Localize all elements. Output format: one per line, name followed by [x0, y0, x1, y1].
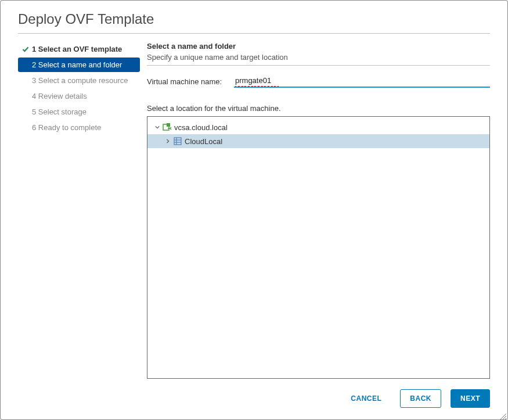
step-select-compute[interactable]: 3 Select a compute resource — [18, 73, 140, 88]
step-label: 6 Ready to complete — [31, 123, 101, 132]
svg-rect-1 — [167, 123, 170, 127]
modal-body: 1 Select an OVF template 2 Select a name… — [1, 34, 507, 379]
section-divider — [147, 65, 490, 66]
section-subheading: Specify a unique name and target locatio… — [147, 53, 490, 62]
step-label: 4 Review details — [31, 92, 87, 100]
vm-name-input[interactable] — [234, 75, 490, 88]
location-label: Select a location for the virtual machin… — [147, 104, 490, 113]
tree-node-label: vcsa.cloud.local — [174, 123, 228, 132]
step-review-details[interactable]: 4 Review details — [18, 89, 140, 103]
modal-header: Deploy OVF Template — [1, 1, 507, 33]
chevron-right-icon[interactable] — [164, 139, 172, 143]
vm-name-row: Virtual machine name: — [147, 75, 490, 88]
step-select-storage[interactable]: 5 Select storage — [18, 105, 140, 119]
cancel-button[interactable]: CANCEL — [341, 390, 391, 407]
wizard-steps: 1 Select an OVF template 2 Select a name… — [18, 42, 140, 379]
location-tree[interactable]: vcsa.cloud.local CloudLocal — [147, 116, 490, 379]
wizard-content: Select a name and folder Specify a uniqu… — [147, 42, 490, 379]
modal-title: Deploy OVF Template — [18, 11, 490, 27]
step-label: 3 Select a compute resource — [31, 76, 128, 85]
step-label: 5 Select storage — [31, 107, 87, 116]
step-ready-complete[interactable]: 6 Ready to complete — [18, 120, 140, 135]
section-heading: Select a name and folder — [147, 42, 490, 51]
datacenter-icon — [173, 137, 182, 146]
step-label: 1 Select an OVF template — [31, 45, 122, 53]
step-select-ovf[interactable]: 1 Select an OVF template — [18, 42, 140, 56]
checkmark-icon — [20, 46, 31, 53]
back-button[interactable]: BACK — [400, 389, 441, 408]
vm-name-input-wrap — [234, 75, 490, 88]
modal-footer: CANCEL BACK NEXT — [1, 379, 507, 419]
next-button[interactable]: NEXT — [451, 389, 490, 408]
deploy-ovf-modal: Deploy OVF Template 1 Select an OVF temp… — [0, 0, 508, 420]
vcenter-icon — [163, 123, 172, 132]
svg-rect-2 — [174, 138, 181, 145]
tree-node-label: CloudLocal — [185, 137, 222, 146]
step-select-name-folder[interactable]: 2 Select a name and folder — [18, 58, 140, 72]
chevron-down-icon[interactable] — [153, 125, 161, 130]
tree-node-datacenter[interactable]: CloudLocal — [147, 134, 489, 148]
vm-name-label: Virtual machine name: — [147, 77, 234, 86]
tree-node-vcenter[interactable]: vcsa.cloud.local — [147, 120, 489, 134]
step-label: 2 Select a name and folder — [31, 60, 122, 69]
